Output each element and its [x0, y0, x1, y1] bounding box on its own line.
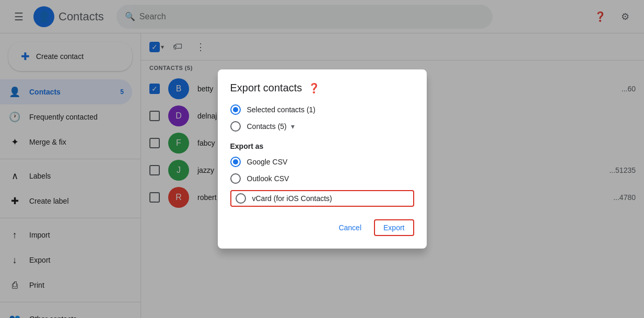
contacts-dropdown-icon[interactable]: ▾ [291, 122, 295, 131]
radio-outlook-csv-icon [230, 173, 241, 184]
export-as-title: Export as [230, 142, 414, 150]
radio-all-label: Contacts (5) ▾ [247, 122, 295, 131]
radio-google-csv-icon [230, 157, 241, 167]
radio-google-csv-label: Google CSV [247, 158, 288, 166]
radio-all-contacts[interactable]: Contacts (5) ▾ [230, 121, 414, 132]
radio-selected-icon [230, 104, 241, 115]
radio-vcard[interactable]: vCard (for iOS Contacts) [230, 190, 414, 207]
radio-outlook-csv[interactable]: Outlook CSV [230, 173, 414, 184]
export-which-section: Selected contacts (1) Contacts (5) ▾ [230, 104, 414, 132]
modal-overlay: Export contacts ❓ Selected contacts (1) … [0, 0, 644, 318]
radio-vcard-label: vCard (for iOS Contacts) [252, 194, 332, 203]
cancel-button[interactable]: Cancel [330, 219, 370, 236]
radio-selected-label: Selected contacts (1) [247, 105, 316, 114]
export-button[interactable]: Export [374, 219, 414, 236]
export-dialog: Export contacts ❓ Selected contacts (1) … [218, 69, 427, 249]
radio-selected-contacts[interactable]: Selected contacts (1) [230, 104, 414, 115]
dialog-title: Export contacts [230, 82, 302, 94]
dialog-actions: Cancel Export [230, 219, 414, 236]
radio-all-icon [230, 121, 241, 132]
dialog-help-icon[interactable]: ❓ [308, 83, 320, 94]
radio-vcard-icon [236, 193, 246, 204]
radio-outlook-csv-label: Outlook CSV [247, 174, 289, 183]
radio-google-csv[interactable]: Google CSV [230, 157, 414, 167]
export-as-section: Export as Google CSV Outlook CSV vCard (… [230, 142, 414, 207]
